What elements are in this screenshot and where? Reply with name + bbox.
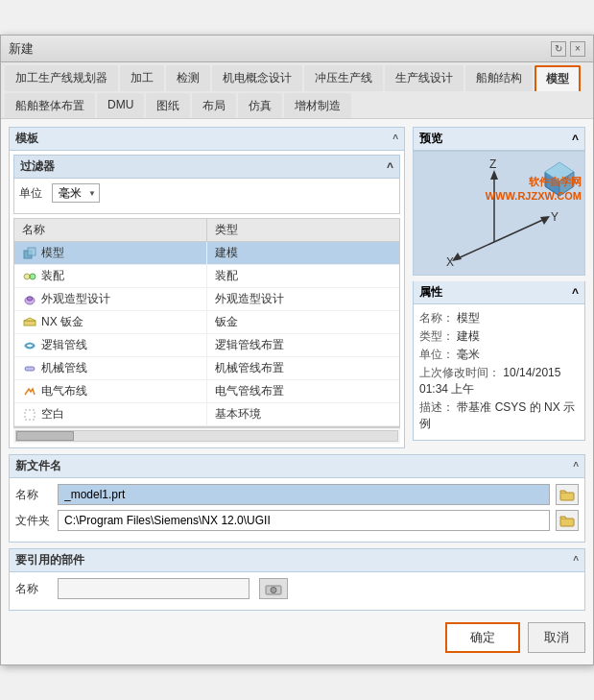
col-name-header: 名称 [14,219,207,241]
filename-folder-row: 文件夹 [15,510,579,531]
filename-name-input[interactable] [58,484,550,505]
preview-section-header[interactable]: 预览 ^ [413,127,585,151]
scroll-track[interactable] [15,430,398,442]
new-filename-section-header[interactable]: 新文件名 ^ [9,454,585,478]
svg-text:Y: Y [551,210,558,224]
table-body: 模型 建模 装配 [14,242,399,426]
refer-section: 要引用的部件 ^ 名称 [9,548,585,611]
main-row: 模板 ^ 过滤器 ^ 单位 毫米 [9,127,585,448]
svg-rect-9 [25,410,35,420]
horizontal-scrollbar[interactable] [13,427,400,444]
prop-desc-row: 描述： 带基准 CSYS 的 NX 示例 [419,399,579,432]
preview-label: 预览 [419,131,442,147]
scroll-thumb[interactable] [16,431,74,441]
filename-folder-input[interactable] [58,510,550,531]
table-row[interactable]: 装配 装配 [14,265,399,288]
svg-point-26 [271,588,276,593]
preview-chevron: ^ [572,133,579,146]
filename-name-row: 名称 [15,484,579,505]
refer-browse-button[interactable] [259,578,288,599]
prop-modified-row: 上次修改时间： 10/14/2015 01:34 上午 [419,365,579,398]
svg-text:Z: Z [489,157,496,171]
ok-button[interactable]: 确定 [445,622,520,653]
svg-text:X: X [446,255,454,269]
filename-browse-button[interactable] [556,484,579,505]
td-type-electrical: 电气管线布置 [207,380,399,402]
table-header: 名称 类型 [14,219,399,242]
table-row[interactable]: 外观造型设计 外观造型设计 [14,288,399,311]
row-name-model: 模型 [41,245,64,261]
template-table: 名称 类型 模型 [13,218,400,427]
tab-line-design[interactable]: 生产线设计 [385,65,463,91]
tab-simulation[interactable]: 仿真 [238,93,282,118]
tab-inspection[interactable]: 检测 [166,65,210,91]
tab-drawing[interactable]: 图纸 [146,93,190,118]
properties-section: 属性 ^ 名称： 模型 类型： 建模 单位： [413,281,585,441]
tab-model[interactable]: 模型 [535,65,581,91]
refer-body: 名称 [9,572,585,611]
cancel-button[interactable]: 取消 [528,622,585,653]
table-row[interactable]: 逻辑管线 逻辑管线布置 [14,334,399,357]
prop-modified-label: 上次修改时间： [419,366,500,379]
tab-layout[interactable]: 布局 [192,93,236,118]
table-row[interactable]: 机械管线 机械管线布置 [14,357,399,380]
td-type-blank: 基本环境 [207,403,399,425]
tab-mech-concept[interactable]: 机电概念设计 [212,65,302,91]
close-button[interactable]: × [570,41,585,57]
template-section-header[interactable]: 模板 ^ [9,127,405,151]
tab-manufacturing-planner[interactable]: 加工生产线规划器 [5,65,118,91]
main-window: 新建 ↻ × 加工生产线规划器 加工 检测 机电概念设计 冲压生产线 生产线设计… [0,35,594,665]
td-name-assembly: 装配 [14,265,207,287]
filename-name-label: 名称 [15,487,52,503]
row-name-electrical: 电气布线 [41,383,87,399]
tab-stamping[interactable]: 冲压生产线 [304,65,383,91]
td-type-appearance: 外观造型设计 [207,288,399,310]
svg-point-2 [24,274,30,279]
prop-name-row: 名称： 模型 [419,310,579,326]
tab-ship-structure[interactable]: 船舶结构 [465,65,533,91]
td-name-appearance: 外观造型设计 [14,288,207,310]
model-icon [22,246,37,261]
preview-box: Z Y X [413,151,585,276]
table-row[interactable]: 空白 基本环境 [14,403,399,426]
filter-unit-row: 单位 毫米 英寸 [19,183,394,203]
tab-ship-layout[interactable]: 船舶整体布置 [5,93,95,118]
table-row[interactable]: 模型 建模 [14,242,399,265]
content-area: 软件自学网 WWW.RJZXW.COM 模板 ^ 过滤器 ^ [1,119,593,664]
new-filename-chevron: ^ [573,461,579,471]
titlebar-buttons: ↻ × [551,41,585,57]
folder-browse-button[interactable] [556,510,579,531]
assembly-icon [22,269,37,284]
left-column: 模板 ^ 过滤器 ^ 单位 毫米 [9,127,405,448]
tab-dmu[interactable]: DMU [97,93,144,118]
3d-model-thumbnail [535,157,579,204]
bottom-buttons: 确定 取消 [9,618,585,657]
unit-select[interactable]: 毫米 英寸 [52,183,100,203]
prop-name-value: 模型 [457,311,480,325]
unit-select-wrapper: 毫米 英寸 [52,183,100,203]
table-row[interactable]: 电气布线 电气管线布置 [14,380,399,403]
sheetmetal-icon [22,315,37,330]
td-name-model: 模型 [14,242,207,264]
properties-box: 名称： 模型 类型： 建模 单位： 毫米 上次修改时间： [413,304,585,441]
svg-rect-23 [560,493,574,500]
refer-section-header[interactable]: 要引用的部件 ^ [9,548,585,572]
tab-machining[interactable]: 加工 [120,65,164,91]
filter-section-header[interactable]: 过滤器 ^ [13,155,400,179]
td-type-logical-pipe: 逻辑管线布置 [207,334,399,356]
td-type-sheetmetal: 钣金 [207,311,399,333]
filter-chevron: ^ [387,160,393,174]
svg-marker-7 [24,318,36,321]
template-section-label: 模板 [15,131,38,147]
prop-type-value: 建模 [457,329,480,343]
restore-button[interactable]: ↻ [551,41,566,57]
refer-name-input[interactable] [58,578,249,599]
table-row[interactable]: NX 钣金 钣金 [14,311,399,334]
refer-name-row: 名称 [15,578,579,599]
properties-section-header[interactable]: 属性 ^ [413,281,585,304]
right-column: 预览 ^ Z Y [413,127,585,448]
row-name-sheetmetal: NX 钣金 [41,314,83,330]
td-name-logical-pipe: 逻辑管线 [14,334,207,356]
tab-additive[interactable]: 增材制造 [284,93,351,118]
td-name-sheetmetal: NX 钣金 [14,311,207,333]
